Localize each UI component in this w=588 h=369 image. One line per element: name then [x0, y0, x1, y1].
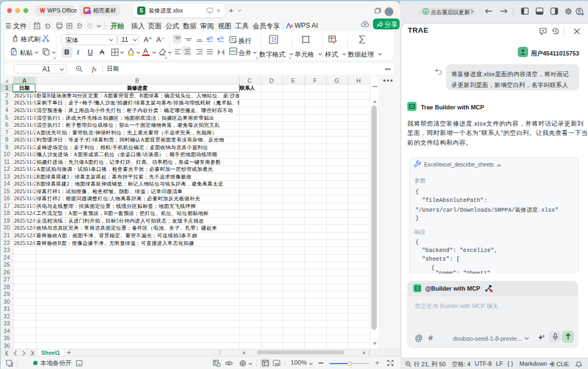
svg-text:1: 1 — [271, 36, 274, 42]
